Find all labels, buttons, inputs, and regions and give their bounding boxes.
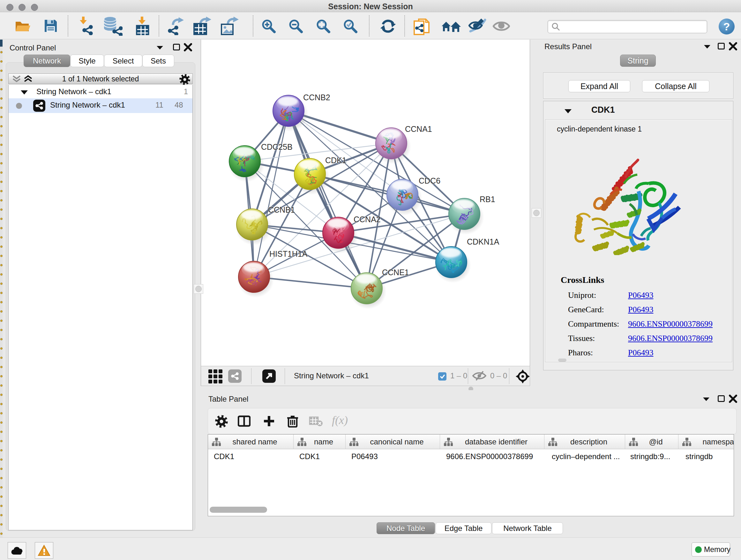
- svg-text:CCNA2: CCNA2: [354, 215, 381, 224]
- svg-text:CDK1: CDK1: [325, 156, 347, 165]
- svg-text:CDC25B: CDC25B: [261, 142, 293, 151]
- svg-text:CDKN1A: CDKN1A: [467, 237, 499, 246]
- svg-text:CDC6: CDC6: [419, 176, 441, 185]
- svg-text:HIST1H1A: HIST1H1A: [269, 249, 308, 258]
- svg-text:CCNB1: CCNB1: [268, 205, 295, 214]
- svg-text:RB1: RB1: [480, 195, 495, 204]
- svg-text:CCNB2: CCNB2: [303, 93, 330, 102]
- svg-text:CCNE1: CCNE1: [382, 268, 409, 277]
- svg-text:CCNA1: CCNA1: [405, 125, 432, 133]
